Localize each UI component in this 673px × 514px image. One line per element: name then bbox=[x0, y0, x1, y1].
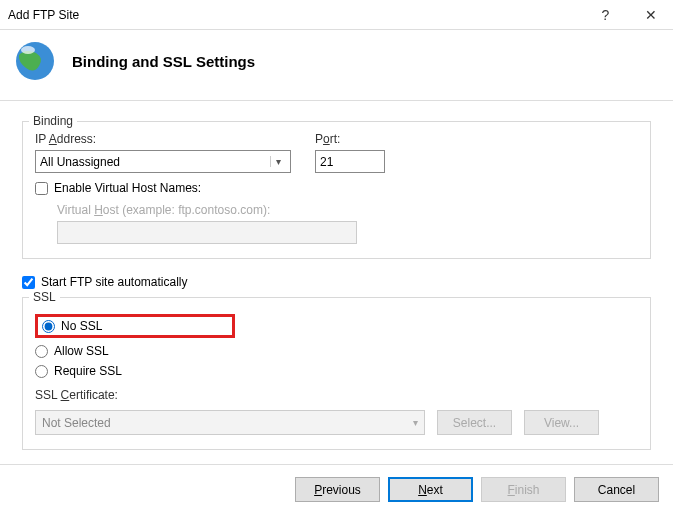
no-ssl-highlight: No SSL bbox=[35, 314, 235, 338]
require-ssl-radio[interactable] bbox=[35, 365, 48, 378]
binding-legend: Binding bbox=[29, 114, 77, 128]
cancel-button[interactable]: Cancel bbox=[574, 477, 659, 502]
help-button[interactable]: ? bbox=[583, 0, 628, 30]
no-ssl-radio[interactable] bbox=[42, 320, 55, 333]
allow-ssl-label: Allow SSL bbox=[54, 344, 109, 358]
ssl-group: SSL No SSL Allow SSL Require SSL SSL Cer… bbox=[22, 297, 651, 450]
no-ssl-label: No SSL bbox=[61, 319, 102, 333]
allow-ssl-radio[interactable] bbox=[35, 345, 48, 358]
finish-button: Finish bbox=[481, 477, 566, 502]
enable-virtual-host-label: Enable Virtual Host Names: bbox=[54, 181, 201, 195]
close-button[interactable]: ✕ bbox=[628, 0, 673, 30]
ip-address-value: All Unassigned bbox=[40, 155, 120, 169]
select-certificate-button: Select... bbox=[437, 410, 512, 435]
titlebar: Add FTP Site ? ✕ bbox=[0, 0, 673, 30]
port-label: Port: bbox=[315, 132, 385, 146]
virtual-host-label: Virtual Host (example: ftp.contoso.com): bbox=[57, 203, 638, 217]
ssl-certificate-select: Not Selected ▾ bbox=[35, 410, 425, 435]
window-title: Add FTP Site bbox=[8, 8, 583, 22]
previous-button[interactable]: Previous bbox=[295, 477, 380, 502]
binding-group: Binding IP Address: All Unassigned ▾ Por… bbox=[22, 121, 651, 259]
ssl-legend: SSL bbox=[29, 290, 60, 304]
page-title: Binding and SSL Settings bbox=[72, 53, 255, 70]
view-certificate-button: View... bbox=[524, 410, 599, 435]
virtual-host-input bbox=[57, 221, 357, 244]
next-button[interactable]: Next bbox=[388, 477, 473, 502]
globe-icon bbox=[14, 40, 56, 82]
page-header: Binding and SSL Settings bbox=[0, 30, 673, 100]
ip-address-label: IP Address: bbox=[35, 132, 295, 146]
svg-point-1 bbox=[21, 46, 35, 54]
ip-address-select[interactable]: All Unassigned ▾ bbox=[35, 150, 291, 173]
start-automatically-label: Start FTP site automatically bbox=[41, 275, 188, 289]
wizard-footer: Previous Next Finish Cancel bbox=[0, 464, 673, 514]
chevron-down-icon: ▾ bbox=[270, 156, 286, 167]
enable-virtual-host-checkbox[interactable] bbox=[35, 182, 48, 195]
chevron-down-icon: ▾ bbox=[413, 417, 418, 428]
start-automatically-checkbox[interactable] bbox=[22, 276, 35, 289]
port-input[interactable] bbox=[315, 150, 385, 173]
require-ssl-label: Require SSL bbox=[54, 364, 122, 378]
ssl-certificate-value: Not Selected bbox=[42, 416, 111, 430]
ssl-certificate-label: SSL Certificate: bbox=[35, 388, 638, 402]
